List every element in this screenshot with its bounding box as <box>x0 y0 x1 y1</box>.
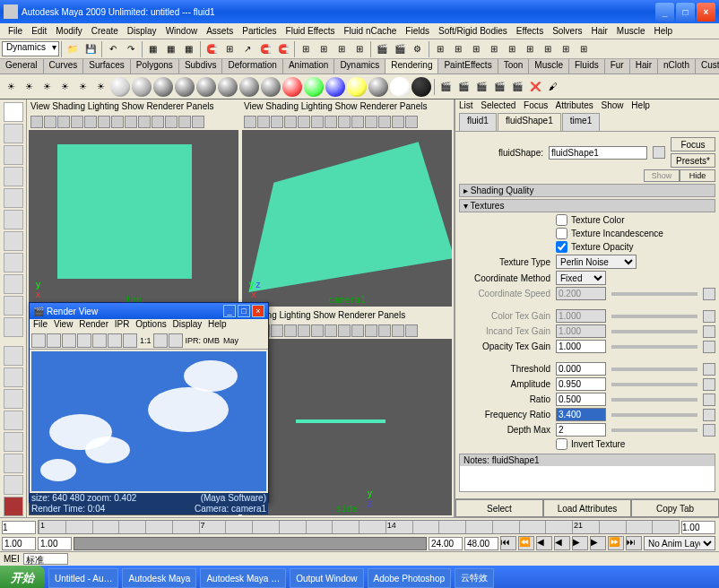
material-ball-icon[interactable] <box>325 77 345 97</box>
material-ball-icon[interactable] <box>132 77 152 97</box>
opacity-tex-gain-field[interactable] <box>556 340 606 353</box>
slider[interactable] <box>611 413 697 417</box>
rv-icon[interactable] <box>92 333 107 348</box>
material-ball-icon[interactable] <box>411 77 431 97</box>
menu-item[interactable]: Solvers <box>548 26 586 36</box>
step-fwd-button[interactable]: ⏩ <box>608 536 624 550</box>
rv-icon[interactable] <box>77 333 91 348</box>
shelf-tab[interactable]: General <box>0 59 44 74</box>
toolbar-icon[interactable]: 💾 <box>82 41 99 57</box>
playback-end-field[interactable] <box>429 537 463 550</box>
map-button[interactable] <box>703 424 715 437</box>
attr-menu-item[interactable]: Selected <box>481 100 515 110</box>
forward-end-button[interactable]: ⏭ <box>626 536 642 550</box>
menu-item[interactable]: Edit <box>27 26 51 36</box>
close-button[interactable]: × <box>697 3 715 22</box>
shelf-tab[interactable]: nCloth <box>658 59 696 74</box>
range-slider[interactable] <box>74 537 427 550</box>
shelf-tab[interactable]: Subdivs <box>179 59 223 74</box>
slider[interactable] <box>611 368 697 371</box>
taskbar-item[interactable]: Adobe Photoshop <box>368 568 452 588</box>
node-name-field[interactable] <box>549 146 647 160</box>
material-ball-icon[interactable] <box>282 77 302 97</box>
fluid-object[interactable] <box>296 419 385 423</box>
material-ball-icon[interactable] <box>390 77 410 97</box>
rv-menu-item[interactable]: Display <box>172 319 202 329</box>
toolbar-icon[interactable]: ⊞ <box>221 41 238 57</box>
vp-menu-item[interactable]: Lighting <box>88 101 119 111</box>
toolbar-icon[interactable]: ↶ <box>105 41 121 57</box>
step-back-button[interactable]: ⏪ <box>518 536 534 550</box>
layout-single-icon[interactable] <box>4 346 23 366</box>
layout-four-icon[interactable] <box>4 368 23 387</box>
layout-icon[interactable] <box>4 454 23 473</box>
anim-layer-select[interactable]: No Anim Layer <box>644 536 715 550</box>
material-ball-icon[interactable] <box>196 77 216 97</box>
light-icon[interactable]: ☀ <box>39 79 55 95</box>
vp-menu-item[interactable]: View <box>30 101 50 111</box>
shelf-icon[interactable]: 🎬 <box>509 79 525 95</box>
material-ball-icon[interactable] <box>368 77 388 97</box>
rv-icon[interactable] <box>62 333 76 348</box>
toolbar-icon[interactable]: ⊞ <box>540 41 556 57</box>
render-settings-icon[interactable]: ⚙ <box>410 41 426 57</box>
rotate-tool-icon[interactable] <box>4 167 23 186</box>
menu-item[interactable]: Fluid nCache <box>339 26 401 36</box>
rv-icon[interactable] <box>123 333 137 348</box>
shelf-icon[interactable]: 🎬 <box>491 79 507 95</box>
maximize-button[interactable]: □ <box>238 305 250 317</box>
ipr-icon[interactable]: 🎬 <box>392 41 408 57</box>
toolbar-icon[interactable]: ↷ <box>123 41 139 57</box>
rewind-button[interactable]: ⏮ <box>500 536 516 550</box>
fluid-object[interactable] <box>248 142 452 292</box>
shelf-tab[interactable]: Animation <box>283 59 334 74</box>
tool-icon[interactable] <box>4 296 23 316</box>
section-textures[interactable]: ▾ Textures <box>459 199 715 212</box>
attr-tab[interactable]: fluid1 <box>459 113 497 131</box>
toolbar-icon[interactable]: ⊞ <box>316 41 332 57</box>
shelf-tab[interactable]: Fur <box>605 59 630 74</box>
scale-tool-icon[interactable] <box>4 188 23 208</box>
toolbar-icon[interactable]: ↗ <box>239 41 256 57</box>
rv-menu-item[interactable]: Help <box>208 319 227 329</box>
shelf-tab[interactable]: PaintEffects <box>438 59 498 74</box>
attr-menu-item[interactable]: List <box>459 100 473 110</box>
amplitude-field[interactable] <box>556 377 606 391</box>
menu-item[interactable]: Muscle <box>612 26 650 36</box>
attr-menu-item[interactable]: Show <box>602 100 624 110</box>
material-ball-icon[interactable] <box>239 77 259 97</box>
light-icon[interactable]: ☀ <box>74 79 91 95</box>
slider[interactable] <box>611 398 697 402</box>
menu-item[interactable]: Effects <box>512 26 548 36</box>
toolbar-icon[interactable]: ⊞ <box>504 41 520 57</box>
lasso-tool-icon[interactable] <box>4 124 23 143</box>
map-button[interactable] <box>703 325 715 338</box>
map-button[interactable] <box>703 288 715 300</box>
hide-button[interactable]: Hide <box>680 169 715 182</box>
rv-menu-item[interactable]: Options <box>135 319 166 329</box>
layout-icon[interactable] <box>4 497 23 516</box>
module-selector[interactable]: Dynamics <box>2 41 59 56</box>
rv-icon[interactable] <box>169 333 183 348</box>
close-button[interactable]: × <box>252 305 264 317</box>
map-button[interactable] <box>703 393 715 406</box>
nav-back-icon[interactable] <box>653 146 665 159</box>
toolbar-icon[interactable]: 🧲 <box>204 41 220 57</box>
map-button[interactable] <box>703 341 715 353</box>
material-ball-icon[interactable] <box>175 77 195 97</box>
rv-menu-item[interactable]: IPR <box>115 319 130 329</box>
toolbar-icon[interactable]: ⊞ <box>468 41 484 57</box>
menu-item[interactable]: Fields <box>401 26 434 36</box>
show-button[interactable]: Show <box>644 169 680 182</box>
vp-menu-item[interactable]: Shading <box>52 101 85 111</box>
material-ball-icon[interactable] <box>304 77 324 97</box>
prev-frame-button[interactable]: ◀ <box>536 536 552 550</box>
shelf-icon[interactable]: 🎬 <box>437 79 454 95</box>
menu-item[interactable]: File <box>4 26 27 36</box>
tool-icon[interactable] <box>4 274 23 294</box>
start-button[interactable]: 开始 <box>0 566 45 588</box>
attr-menu-item[interactable]: Attributes <box>556 100 593 110</box>
toolbar-icon[interactable]: ⊞ <box>450 41 466 57</box>
time-slider[interactable]: 1 7 14 21 <box>38 520 680 534</box>
notes-textarea[interactable] <box>460 466 715 491</box>
